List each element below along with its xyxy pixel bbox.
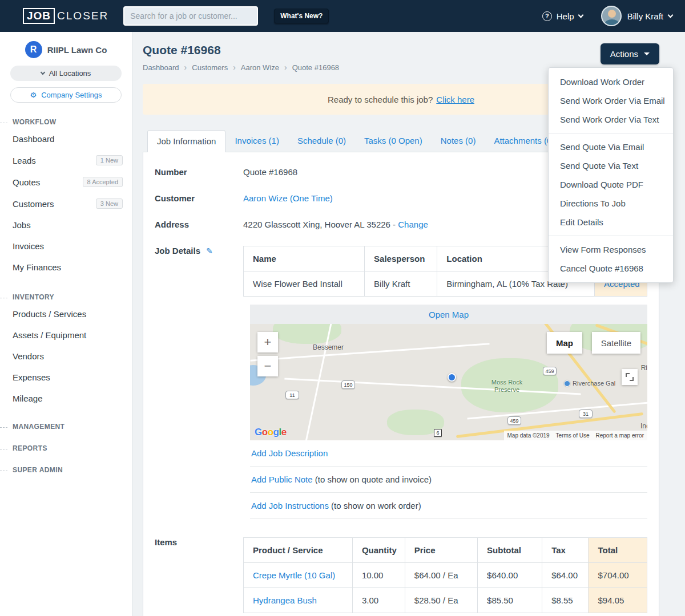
add-job-description-row: Add Job Description bbox=[250, 440, 647, 467]
sidebar-section-reports[interactable]: REPORTS bbox=[0, 444, 132, 452]
chevron-down-icon bbox=[40, 70, 45, 75]
open-map-bar: Open Map bbox=[250, 305, 647, 324]
help-label: Help bbox=[557, 11, 574, 21]
quantity-cell: 10.00 bbox=[352, 563, 405, 588]
menu-send-work-order-email[interactable]: Send Work Order Via Email bbox=[549, 91, 673, 110]
map-location-marker[interactable] bbox=[448, 373, 456, 382]
job-details-label: Job Details bbox=[155, 246, 200, 256]
add-job-description-link[interactable]: Add Job Description bbox=[251, 448, 328, 458]
help-icon bbox=[542, 11, 552, 21]
breadcrumb-separator bbox=[184, 63, 187, 72]
sidebar-item-invoices[interactable]: Invoices bbox=[0, 236, 132, 257]
map-attribution: Map data ©2019 Terms of Use Report a map… bbox=[504, 431, 647, 440]
menu-directions-to-job[interactable]: Directions To Job bbox=[549, 194, 673, 213]
menu-send-work-order-text[interactable]: Send Work Order Via Text bbox=[549, 110, 673, 129]
user-avatar[interactable] bbox=[601, 6, 622, 26]
sidebar-item-customers[interactable]: Customers 3 New bbox=[0, 193, 132, 214]
sidebar-section-super-admin[interactable]: SUPER ADMIN bbox=[0, 466, 132, 474]
product-link[interactable]: Crepe Myrtle (10 Gal) bbox=[253, 570, 335, 580]
actions-button[interactable]: Actions bbox=[601, 43, 659, 64]
sidebar-item-assets-equipment[interactable]: Assets / Equipment bbox=[0, 325, 132, 346]
map-fullscreen-button[interactable] bbox=[622, 369, 638, 385]
page-title: Quote #16968 bbox=[143, 43, 339, 57]
job-name-cell: Wise Flower Bed Install bbox=[244, 271, 365, 297]
menu-edit-details[interactable]: Edit Details bbox=[549, 213, 673, 232]
map-data-text: Map data ©2019 bbox=[507, 432, 550, 439]
field-job-details: Job Details Name Salesperson Location bbox=[155, 246, 647, 519]
menu-divider bbox=[549, 236, 673, 236]
map-type-satellite-button[interactable]: Satellite bbox=[592, 332, 640, 354]
map-zoom-out-button[interactable]: − bbox=[257, 356, 278, 376]
sidebar-section-workflow[interactable]: WORKFLOW bbox=[0, 118, 132, 126]
col-subtotal: Subtotal bbox=[478, 538, 542, 563]
terms-of-use-link[interactable]: Terms of Use bbox=[556, 432, 590, 439]
menu-send-quote-text[interactable]: Send Quote Via Text bbox=[549, 156, 673, 175]
sidebar-item-my-finances[interactable]: My Finances bbox=[0, 257, 132, 278]
company-switcher[interactable]: R RIIPL Lawn Co bbox=[0, 41, 132, 58]
open-map-link[interactable]: Open Map bbox=[429, 310, 469, 319]
tab-job-information[interactable]: Job Information bbox=[147, 130, 225, 152]
col-product-service: Product / Service bbox=[244, 538, 353, 563]
map-type-map-button[interactable]: Map bbox=[547, 332, 582, 354]
app-logo[interactable]: JOB CLOSER bbox=[23, 8, 108, 24]
report-map-error-link[interactable]: Report a map error bbox=[596, 432, 644, 439]
map-canvas[interactable]: + − Map Satellite Bessemer Moss Rock Pre… bbox=[250, 324, 647, 440]
menu-download-quote-pdf[interactable]: Download Quote PDF bbox=[549, 175, 673, 194]
tab-schedule[interactable]: Schedule (0) bbox=[288, 130, 355, 152]
road-shield-6: 6 bbox=[434, 429, 442, 437]
customer-type-link[interactable]: (One Time) bbox=[290, 193, 333, 203]
menu-cancel-quote[interactable]: Cancel Quote #16968 bbox=[549, 259, 673, 278]
item-row: Hydrangea Bush 3.00 $28.50 / Ea $85.50 $… bbox=[244, 588, 647, 613]
customer-link[interactable]: Aaron Wize bbox=[243, 193, 288, 203]
tab-tasks[interactable]: Tasks (0 Open) bbox=[355, 130, 432, 152]
address-value: 4220 Glasscott Xing, Hoover AL 35226 - bbox=[243, 220, 396, 229]
sidebar-item-dashboard[interactable]: Dashboard bbox=[0, 128, 132, 149]
product-link[interactable]: Hydrangea Bush bbox=[253, 595, 317, 605]
add-public-note-row: Add Public Note (to show on quote and in… bbox=[250, 467, 647, 493]
edit-job-details-icon[interactable] bbox=[206, 246, 213, 256]
col-name: Name bbox=[244, 246, 365, 271]
sidebar-item-expenses[interactable]: Expenses bbox=[0, 367, 132, 388]
breadcrumb-dashboard[interactable]: Dashboard bbox=[143, 63, 179, 72]
breadcrumb-customer-name[interactable]: Aaron Wize bbox=[241, 63, 279, 72]
sidebar-item-vendors[interactable]: Vendors bbox=[0, 346, 132, 367]
whats-new-button[interactable]: What's New? bbox=[274, 9, 329, 23]
col-total: Total bbox=[589, 538, 647, 563]
app-window: JOB CLOSER What's New? Help Billy Kraft … bbox=[0, 0, 685, 616]
locations-label: All Locations bbox=[49, 69, 91, 78]
map-label-bessemer: Bessemer bbox=[313, 343, 344, 351]
sidebar-section-management[interactable]: MANAGEMENT bbox=[0, 423, 132, 431]
field-items: Items Product / Service Quantity Price bbox=[155, 537, 647, 613]
add-job-instructions-link[interactable]: Add Job Instructions bbox=[251, 501, 329, 510]
price-cell: $64.00 / Ea bbox=[405, 563, 477, 588]
map-label-edge-top: Ric bbox=[641, 364, 647, 372]
tab-invoices[interactable]: Invoices (1) bbox=[225, 130, 288, 152]
breadcrumb-customers[interactable]: Customers bbox=[192, 63, 228, 72]
sidebar-item-products-services[interactable]: Products / Services bbox=[0, 303, 132, 325]
tax-cell: $8.55 bbox=[542, 588, 589, 613]
change-address-link[interactable]: Change bbox=[398, 220, 428, 229]
chevron-down-icon bbox=[578, 12, 583, 18]
sidebar-item-quotes[interactable]: Quotes 8 Accepted bbox=[0, 171, 132, 193]
banner-click-here-link[interactable]: Click here bbox=[436, 95, 474, 104]
help-menu[interactable]: Help bbox=[542, 11, 583, 21]
global-search-input[interactable] bbox=[123, 6, 258, 26]
logo-box: JOB bbox=[23, 8, 55, 24]
company-settings-button[interactable]: ⚙ Company Settings bbox=[10, 87, 122, 103]
breadcrumb-separator bbox=[284, 63, 287, 72]
items-label: Items bbox=[155, 537, 243, 547]
add-job-instructions-suffix: (to show on work order) bbox=[331, 501, 421, 510]
user-menu[interactable]: Billy Kraft bbox=[627, 11, 672, 21]
tab-notes[interactable]: Notes (0) bbox=[432, 130, 485, 152]
menu-download-work-order[interactable]: Download Work Order bbox=[549, 72, 673, 91]
sidebar-section-inventory[interactable]: INVENTORY bbox=[0, 293, 132, 301]
locations-dropdown[interactable]: All Locations bbox=[10, 66, 122, 81]
map-zoom-in-button[interactable]: + bbox=[257, 332, 278, 352]
menu-send-quote-email[interactable]: Send Quote Via Email bbox=[549, 137, 673, 156]
sidebar-item-mileage[interactable]: Mileage bbox=[0, 388, 132, 409]
subtotal-cell: $640.00 bbox=[478, 563, 542, 588]
sidebar-item-jobs[interactable]: Jobs bbox=[0, 214, 132, 236]
add-public-note-link[interactable]: Add Public Note bbox=[251, 475, 313, 484]
sidebar-item-leads[interactable]: Leads 1 New bbox=[0, 149, 132, 171]
menu-view-form-responses[interactable]: View Form Responses bbox=[549, 240, 673, 259]
